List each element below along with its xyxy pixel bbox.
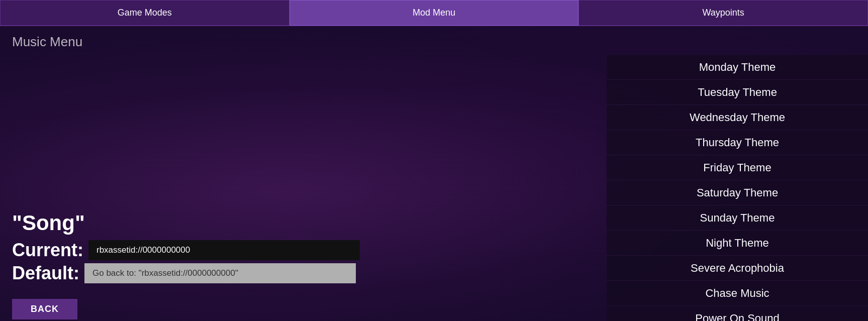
music-list-panel: Monday ThemeTuesday ThemeWednesday Theme… xyxy=(607,55,868,321)
music-list-item[interactable]: Wednesday Theme xyxy=(607,105,868,130)
music-list-item[interactable]: Tuesday Theme xyxy=(607,80,868,105)
nav-game-modes[interactable]: Game Modes xyxy=(0,0,290,26)
music-list-item[interactable]: Power On Sound xyxy=(607,306,868,321)
left-panel: "Song" Current: Default: BACK xyxy=(0,55,607,321)
music-list-item[interactable]: Thursday Theme xyxy=(607,130,868,155)
default-input[interactable] xyxy=(84,263,356,283)
current-row: Current: xyxy=(12,240,595,261)
current-label: Current: xyxy=(12,240,83,261)
main-content: Game Modes Mod Menu Waypoints Music Menu… xyxy=(0,0,868,321)
default-label: Default: xyxy=(12,263,79,284)
music-list-item[interactable]: Chase Music xyxy=(607,281,868,306)
song-label: "Song" xyxy=(12,211,595,235)
music-list-item[interactable]: Friday Theme xyxy=(607,155,868,180)
nav-waypoints[interactable]: Waypoints xyxy=(578,0,868,26)
back-button[interactable]: BACK xyxy=(12,299,77,319)
page-title: Music Menu xyxy=(0,26,868,55)
music-list-item[interactable]: Sunday Theme xyxy=(607,205,868,231)
default-row: Default: xyxy=(12,263,595,284)
music-list-item[interactable]: Saturday Theme xyxy=(607,180,868,205)
music-list-item[interactable]: Severe Acrophobia xyxy=(607,256,868,281)
song-info: Current: Default: xyxy=(12,240,595,286)
nav-mod-menu[interactable]: Mod Menu xyxy=(290,0,579,26)
main-layout: "Song" Current: Default: BACK Monday The… xyxy=(0,55,868,321)
music-list-item[interactable]: Night Theme xyxy=(607,231,868,256)
current-input[interactable] xyxy=(88,240,360,260)
music-list-item[interactable]: Monday Theme xyxy=(607,55,868,80)
nav-bar: Game Modes Mod Menu Waypoints xyxy=(0,0,868,26)
